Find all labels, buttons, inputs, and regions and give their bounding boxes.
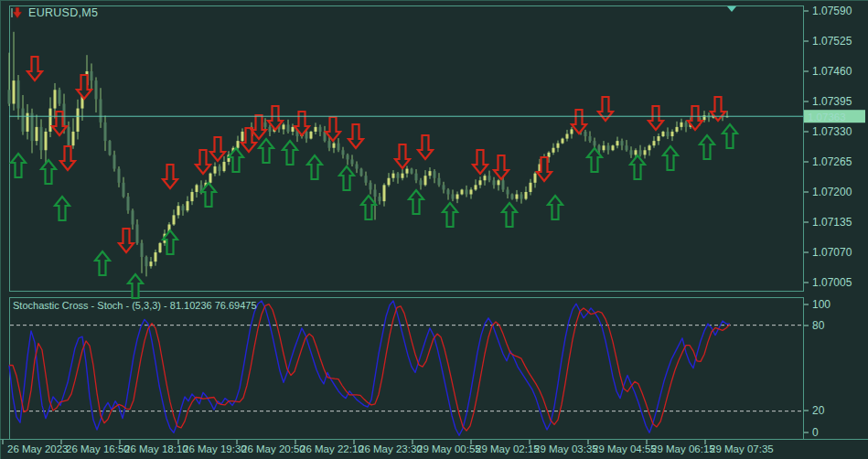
bear-candle: [589, 136, 592, 141]
bull-candle: [196, 185, 198, 192]
chart-canvas[interactable]: 1.073631.075901.075251.074601.073951.073…: [0, 0, 868, 459]
bear-candle: [397, 174, 400, 178]
stoch-scale-label: 80: [812, 319, 825, 332]
bear-candle: [685, 123, 688, 127]
price-axis-label: 1.07590: [812, 5, 852, 17]
buy-arrow-icon: [201, 183, 216, 207]
bear-candle: [356, 165, 359, 169]
bear-candle: [434, 171, 436, 178]
bear-candle: [420, 180, 423, 185]
bull-candle: [155, 252, 157, 262]
bull-candle: [557, 144, 560, 148]
bull-candle: [470, 189, 473, 194]
bull-candle: [310, 132, 313, 139]
buy-arrow-icon: [502, 203, 517, 227]
price-axis-label: 1.07200: [812, 186, 852, 198]
bull-candle: [534, 174, 537, 183]
buy-arrow-icon: [55, 197, 70, 220]
bear-candle: [630, 150, 633, 155]
bull-candle: [237, 141, 240, 148]
bull-candle: [475, 185, 477, 189]
bull-candle: [662, 132, 665, 136]
sell-arrow-icon: [648, 106, 663, 130]
time-axis-label: 29 May 03:35: [534, 443, 598, 454]
bear-candle: [452, 195, 455, 199]
bear-candle: [40, 127, 43, 150]
bear-candle: [511, 195, 514, 199]
bear-candle: [22, 109, 25, 132]
sell-arrow-icon: [572, 110, 586, 133]
buy-arrow-icon: [630, 155, 645, 179]
bear-candle: [264, 123, 267, 127]
bear-candle: [95, 80, 98, 99]
time-axis-label: 29 May 00:55: [417, 443, 481, 454]
sell-arrow-icon: [473, 150, 488, 174]
bull-candle: [671, 132, 674, 136]
bull-candle: [27, 113, 29, 132]
buy-arrow-icon: [587, 148, 602, 172]
bull-candle: [177, 206, 180, 215]
bear-candle: [374, 189, 377, 197]
bull-candle: [676, 127, 679, 132]
bear-candle: [113, 155, 116, 168]
bear-candle: [141, 243, 144, 257]
sell-arrow-icon: [252, 115, 266, 139]
bull-candle: [603, 145, 605, 150]
time-axis-label: 26 May 18:10: [124, 443, 188, 454]
bull-candle: [479, 180, 482, 185]
bull-candle: [498, 180, 500, 185]
sell-arrow-icon: [119, 229, 134, 252]
bear-candle: [598, 145, 601, 150]
time-axis-label: 26 May 16:50: [66, 443, 130, 454]
buy-arrow-icon: [663, 146, 678, 170]
bull-candle: [424, 176, 427, 185]
bear-candle: [520, 195, 523, 199]
sell-arrow-icon: [494, 155, 509, 179]
sell-arrow-icon: [196, 150, 210, 174]
bull-candle: [429, 171, 432, 176]
bear-candle: [360, 169, 363, 176]
bull-candle: [484, 176, 487, 180]
buy-arrow-icon: [548, 196, 563, 219]
bear-candle: [626, 145, 628, 150]
bull-candle: [566, 134, 569, 139]
buy-arrow-icon: [259, 139, 273, 163]
buy-arrow-icon: [283, 141, 297, 165]
bear-candle: [351, 159, 354, 164]
price-axis-label: 1.07395: [812, 95, 852, 108]
bear-candle: [219, 166, 221, 171]
sell-arrow-icon: [60, 146, 75, 170]
bull-candle: [45, 132, 48, 150]
bull-candle: [187, 201, 189, 210]
bull-candle: [214, 166, 217, 174]
stochastic-indicator-label: Stochastic Cross - Stoch - (5,3,3) - 81.…: [13, 300, 257, 311]
bear-candle: [136, 225, 139, 243]
bear-candle: [269, 127, 272, 132]
price-axis-label: 1.07135: [812, 216, 852, 229]
buy-arrow-icon: [128, 274, 143, 298]
price-axis-label: 1.07265: [812, 155, 852, 168]
bull-candle: [150, 262, 153, 266]
bull-candle: [49, 109, 52, 132]
bull-candle: [402, 174, 404, 178]
buy-arrow-icon: [229, 148, 243, 172]
bear-candle: [370, 183, 372, 190]
buy-arrow-icon: [443, 203, 457, 227]
time-axis-label: 26 May 20:50: [241, 443, 305, 454]
bear-candle: [607, 145, 610, 150]
buy-arrow-icon: [700, 135, 714, 159]
bear-candle: [438, 178, 441, 186]
bear-candle: [507, 189, 509, 194]
bear-candle: [287, 124, 290, 132]
bull-candle: [525, 192, 528, 199]
bear-candle: [493, 180, 496, 185]
price-axis-label: 1.07525: [812, 35, 852, 48]
bull-candle: [552, 148, 555, 153]
bear-candle: [132, 210, 134, 224]
bull-candle: [562, 139, 564, 144]
time-axis-label: 29 May 04:55: [593, 443, 657, 454]
bull-candle: [571, 129, 573, 133]
candlesticks-group: [8, 32, 729, 277]
current-price-tag-value: 1.07363: [808, 112, 846, 123]
bull-candle: [616, 141, 619, 145]
